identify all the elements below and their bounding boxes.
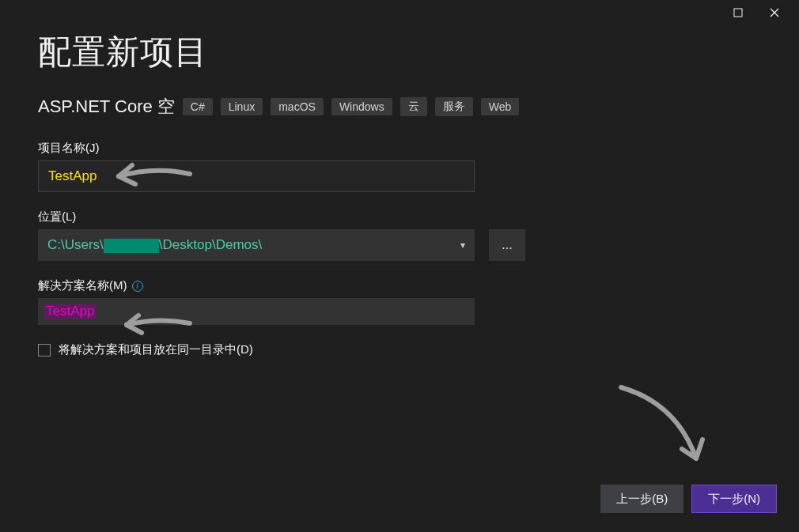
tag: Web <box>481 98 520 115</box>
tag: Windows <box>331 98 392 115</box>
tag: Linux <box>221 98 263 115</box>
template-name: ASP.NET Core 空 <box>38 95 175 119</box>
redacted-username <box>104 239 159 253</box>
location-dropdown[interactable]: C:\Users\\Desktop\Demos\ ▾ <box>38 229 475 261</box>
solution-name-label: 解决方案名称(M) i <box>38 278 761 293</box>
window-titlebar <box>0 0 799 25</box>
template-row: ASP.NET Core 空 C# Linux macOS Windows 云 … <box>38 95 761 119</box>
svg-rect-0 <box>734 9 742 17</box>
chevron-down-icon: ▾ <box>460 240 465 251</box>
tag: 服务 <box>435 97 473 116</box>
page-title: 配置新项目 <box>38 30 761 74</box>
footer: 上一步(B) 下一步(N) <box>600 485 777 513</box>
solution-name-input[interactable]: TestApp <box>38 298 475 325</box>
annotation-arrow-icon <box>609 379 720 482</box>
tag: C# <box>183 98 213 115</box>
same-directory-label: 将解决方案和项目放在同一目录中(D) <box>59 342 253 357</box>
location-label: 位置(L) <box>38 209 761 224</box>
location-text: C:\Users\\Desktop\Demos\ <box>47 237 262 253</box>
back-button[interactable]: 上一步(B) <box>600 485 684 513</box>
maximize-button[interactable] <box>720 1 756 25</box>
solution-name-value: TestApp <box>44 304 96 319</box>
tag: macOS <box>271 98 324 115</box>
same-directory-checkbox[interactable] <box>38 344 51 357</box>
info-icon[interactable]: i <box>132 281 143 292</box>
project-name-input[interactable] <box>38 160 475 192</box>
browse-button[interactable]: ... <box>489 229 525 261</box>
next-button[interactable]: 下一步(N) <box>691 485 777 513</box>
close-button[interactable] <box>756 1 793 25</box>
project-name-label: 项目名称(J) <box>38 141 761 156</box>
tag: 云 <box>400 97 427 116</box>
